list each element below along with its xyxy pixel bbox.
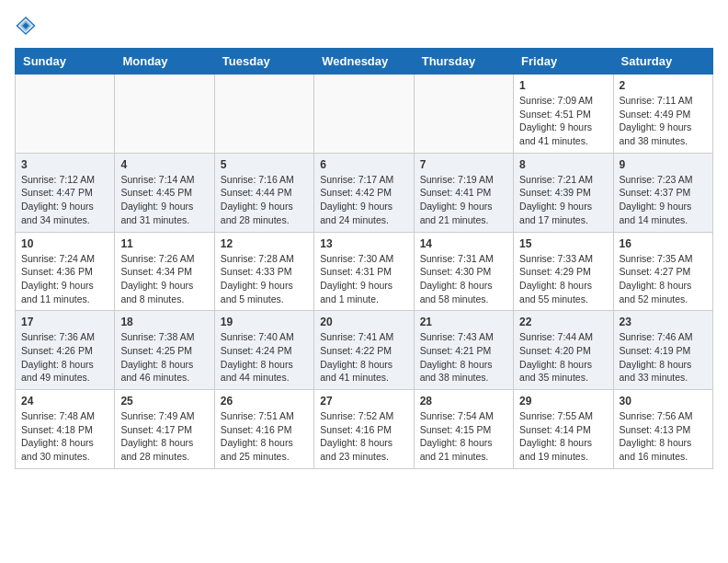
day-info: Sunrise: 7:14 AM Sunset: 4:45 PM Dayligh… bbox=[120, 173, 208, 227]
day-info: Sunrise: 7:51 AM Sunset: 4:16 PM Dayligh… bbox=[221, 409, 308, 464]
day-cell: 3Sunrise: 7:12 AM Sunset: 4:47 PM Daylig… bbox=[16, 153, 115, 232]
week-row-4: 17Sunrise: 7:36 AM Sunset: 4:26 PM Dayli… bbox=[16, 311, 713, 390]
day-number: 10 bbox=[21, 237, 108, 250]
day-number: 29 bbox=[519, 395, 607, 408]
day-number: 14 bbox=[420, 237, 507, 250]
header bbox=[15, 15, 713, 37]
calendar: SundayMondayTuesdayWednesdayThursdayFrid… bbox=[15, 48, 713, 469]
day-number: 6 bbox=[320, 158, 407, 171]
week-row-2: 3Sunrise: 7:12 AM Sunset: 4:47 PM Daylig… bbox=[16, 153, 713, 232]
day-info: Sunrise: 7:31 AM Sunset: 4:30 PM Dayligh… bbox=[420, 252, 507, 306]
day-info: Sunrise: 7:43 AM Sunset: 4:21 PM Dayligh… bbox=[420, 330, 507, 385]
weekday-header-monday: Monday bbox=[115, 49, 214, 75]
day-info: Sunrise: 7:41 AM Sunset: 4:22 PM Dayligh… bbox=[320, 330, 407, 385]
day-number: 16 bbox=[620, 237, 707, 250]
day-cell: 16Sunrise: 7:35 AM Sunset: 4:27 PM Dayli… bbox=[613, 232, 712, 311]
day-cell: 10Sunrise: 7:24 AM Sunset: 4:36 PM Dayli… bbox=[16, 232, 115, 311]
weekday-header-tuesday: Tuesday bbox=[214, 49, 313, 75]
day-info: Sunrise: 7:54 AM Sunset: 4:15 PM Dayligh… bbox=[420, 409, 507, 464]
day-info: Sunrise: 7:11 AM Sunset: 4:49 PM Dayligh… bbox=[620, 94, 707, 148]
day-number: 23 bbox=[620, 316, 707, 328]
day-info: Sunrise: 7:28 AM Sunset: 4:33 PM Dayligh… bbox=[221, 252, 308, 306]
day-cell: 14Sunrise: 7:31 AM Sunset: 4:30 PM Dayli… bbox=[414, 232, 513, 311]
day-number: 3 bbox=[21, 158, 108, 171]
weekday-header-row: SundayMondayTuesdayWednesdayThursdayFrid… bbox=[16, 49, 713, 75]
day-cell: 27Sunrise: 7:52 AM Sunset: 4:16 PM Dayli… bbox=[314, 390, 414, 469]
day-number: 11 bbox=[120, 237, 208, 250]
day-cell: 15Sunrise: 7:33 AM Sunset: 4:29 PM Dayli… bbox=[514, 232, 613, 311]
weekday-header-thursday: Thursday bbox=[414, 49, 513, 75]
day-cell: 28Sunrise: 7:54 AM Sunset: 4:15 PM Dayli… bbox=[414, 390, 513, 469]
day-cell bbox=[314, 75, 414, 154]
day-cell: 7Sunrise: 7:19 AM Sunset: 4:41 PM Daylig… bbox=[414, 153, 513, 232]
day-cell bbox=[115, 75, 214, 154]
week-row-3: 10Sunrise: 7:24 AM Sunset: 4:36 PM Dayli… bbox=[16, 232, 713, 311]
day-number: 24 bbox=[21, 395, 108, 408]
day-number: 30 bbox=[620, 395, 707, 408]
day-info: Sunrise: 7:19 AM Sunset: 4:41 PM Dayligh… bbox=[420, 173, 507, 227]
day-number: 1 bbox=[519, 79, 607, 92]
day-info: Sunrise: 7:16 AM Sunset: 4:44 PM Dayligh… bbox=[221, 173, 308, 227]
day-number: 7 bbox=[420, 158, 507, 171]
day-number: 8 bbox=[519, 158, 607, 171]
day-cell: 20Sunrise: 7:41 AM Sunset: 4:22 PM Dayli… bbox=[314, 311, 414, 390]
day-number: 20 bbox=[320, 316, 407, 328]
day-number: 18 bbox=[120, 316, 208, 328]
day-cell bbox=[16, 75, 115, 154]
day-number: 2 bbox=[620, 79, 707, 92]
day-cell: 17Sunrise: 7:36 AM Sunset: 4:26 PM Dayli… bbox=[16, 311, 115, 390]
day-number: 5 bbox=[221, 158, 308, 171]
day-info: Sunrise: 7:17 AM Sunset: 4:42 PM Dayligh… bbox=[320, 173, 407, 227]
day-info: Sunrise: 7:38 AM Sunset: 4:25 PM Dayligh… bbox=[120, 330, 208, 385]
day-info: Sunrise: 7:46 AM Sunset: 4:19 PM Dayligh… bbox=[620, 330, 707, 385]
day-number: 21 bbox=[420, 316, 507, 328]
day-cell: 2Sunrise: 7:11 AM Sunset: 4:49 PM Daylig… bbox=[613, 75, 712, 154]
weekday-header-saturday: Saturday bbox=[613, 49, 712, 75]
week-row-5: 24Sunrise: 7:48 AM Sunset: 4:18 PM Dayli… bbox=[16, 390, 713, 469]
day-info: Sunrise: 7:21 AM Sunset: 4:39 PM Dayligh… bbox=[519, 173, 607, 227]
day-cell: 4Sunrise: 7:14 AM Sunset: 4:45 PM Daylig… bbox=[115, 153, 214, 232]
weekday-header-sunday: Sunday bbox=[16, 49, 115, 75]
day-info: Sunrise: 7:48 AM Sunset: 4:18 PM Dayligh… bbox=[21, 409, 108, 464]
logo bbox=[15, 15, 40, 37]
day-cell: 25Sunrise: 7:49 AM Sunset: 4:17 PM Dayli… bbox=[115, 390, 214, 469]
day-number: 9 bbox=[620, 158, 707, 171]
day-info: Sunrise: 7:49 AM Sunset: 4:17 PM Dayligh… bbox=[120, 409, 208, 464]
day-info: Sunrise: 7:56 AM Sunset: 4:13 PM Dayligh… bbox=[620, 409, 707, 464]
day-info: Sunrise: 7:36 AM Sunset: 4:26 PM Dayligh… bbox=[21, 330, 108, 385]
day-cell: 23Sunrise: 7:46 AM Sunset: 4:19 PM Dayli… bbox=[613, 311, 712, 390]
day-cell: 12Sunrise: 7:28 AM Sunset: 4:33 PM Dayli… bbox=[214, 232, 313, 311]
day-info: Sunrise: 7:30 AM Sunset: 4:31 PM Dayligh… bbox=[320, 252, 407, 306]
day-info: Sunrise: 7:55 AM Sunset: 4:14 PM Dayligh… bbox=[519, 409, 607, 464]
day-number: 25 bbox=[120, 395, 208, 408]
day-info: Sunrise: 7:26 AM Sunset: 4:34 PM Dayligh… bbox=[120, 252, 208, 306]
day-info: Sunrise: 7:35 AM Sunset: 4:27 PM Dayligh… bbox=[620, 252, 707, 306]
logo-icon bbox=[15, 15, 37, 37]
day-cell: 13Sunrise: 7:30 AM Sunset: 4:31 PM Dayli… bbox=[314, 232, 414, 311]
day-cell: 24Sunrise: 7:48 AM Sunset: 4:18 PM Dayli… bbox=[16, 390, 115, 469]
day-cell: 9Sunrise: 7:23 AM Sunset: 4:37 PM Daylig… bbox=[613, 153, 712, 232]
day-info: Sunrise: 7:52 AM Sunset: 4:16 PM Dayligh… bbox=[320, 409, 407, 464]
day-cell: 11Sunrise: 7:26 AM Sunset: 4:34 PM Dayli… bbox=[115, 232, 214, 311]
day-number: 13 bbox=[320, 237, 407, 250]
day-cell bbox=[414, 75, 513, 154]
day-info: Sunrise: 7:23 AM Sunset: 4:37 PM Dayligh… bbox=[620, 173, 707, 227]
day-cell: 29Sunrise: 7:55 AM Sunset: 4:14 PM Dayli… bbox=[514, 390, 613, 469]
day-number: 26 bbox=[221, 395, 308, 408]
day-number: 19 bbox=[221, 316, 308, 328]
day-cell: 30Sunrise: 7:56 AM Sunset: 4:13 PM Dayli… bbox=[613, 390, 712, 469]
day-cell: 5Sunrise: 7:16 AM Sunset: 4:44 PM Daylig… bbox=[214, 153, 313, 232]
day-info: Sunrise: 7:44 AM Sunset: 4:20 PM Dayligh… bbox=[519, 330, 607, 385]
day-info: Sunrise: 7:40 AM Sunset: 4:24 PM Dayligh… bbox=[221, 330, 308, 385]
day-info: Sunrise: 7:24 AM Sunset: 4:36 PM Dayligh… bbox=[21, 252, 108, 306]
day-cell bbox=[214, 75, 313, 154]
week-row-1: 1Sunrise: 7:09 AM Sunset: 4:51 PM Daylig… bbox=[16, 75, 713, 154]
day-number: 12 bbox=[221, 237, 308, 250]
day-cell: 6Sunrise: 7:17 AM Sunset: 4:42 PM Daylig… bbox=[314, 153, 414, 232]
day-cell: 1Sunrise: 7:09 AM Sunset: 4:51 PM Daylig… bbox=[514, 75, 613, 154]
day-cell: 8Sunrise: 7:21 AM Sunset: 4:39 PM Daylig… bbox=[514, 153, 613, 232]
day-number: 28 bbox=[420, 395, 507, 408]
day-info: Sunrise: 7:33 AM Sunset: 4:29 PM Dayligh… bbox=[519, 252, 607, 306]
day-number: 15 bbox=[519, 237, 607, 250]
day-cell: 18Sunrise: 7:38 AM Sunset: 4:25 PM Dayli… bbox=[115, 311, 214, 390]
